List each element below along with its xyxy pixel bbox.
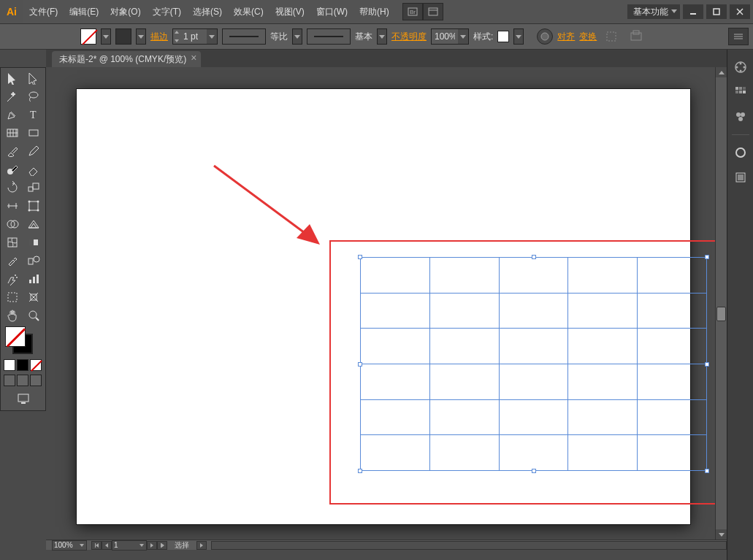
variable-width-profile[interactable] — [222, 28, 266, 45]
slice-tool[interactable] — [23, 288, 44, 306]
menu-help[interactable]: 帮助(H) — [353, 0, 395, 23]
stroke-weight-dd[interactable] — [207, 29, 217, 44]
control-bar-menu-icon[interactable] — [728, 28, 749, 45]
draw-normal-icon[interactable] — [4, 375, 15, 386]
stroke-weight-input[interactable] — [172, 28, 218, 45]
selection-handle[interactable] — [532, 255, 536, 259]
fill-stroke-control[interactable] — [2, 325, 44, 357]
gradient-tool[interactable] — [23, 234, 44, 251]
first-artboard-icon[interactable] — [91, 541, 102, 550]
rotate-tool[interactable] — [2, 179, 23, 196]
pencil-tool[interactable] — [23, 142, 44, 160]
bridge-icon[interactable]: Br — [402, 3, 423, 20]
transform-link[interactable]: 变换 — [579, 31, 597, 43]
selection-tool[interactable] — [2, 69, 23, 87]
eraser-tool[interactable] — [23, 161, 44, 178]
blend-tool[interactable] — [23, 252, 44, 269]
menu-edit[interactable]: 编辑(E) — [64, 0, 104, 23]
scroll-down-icon[interactable] — [716, 529, 727, 540]
menu-effect[interactable]: 效果(C) — [228, 0, 270, 23]
stroke-weight-field[interactable] — [180, 29, 207, 44]
selection-handle[interactable] — [358, 469, 362, 473]
profile-dd[interactable] — [292, 28, 302, 45]
brush-dd[interactable] — [377, 28, 387, 45]
eyedropper-tool[interactable] — [2, 252, 23, 269]
draw-behind-icon[interactable] — [17, 375, 28, 386]
free-transform-tool[interactable] — [23, 197, 44, 215]
scroll-thumb[interactable] — [716, 307, 726, 321]
color-mode-solid[interactable] — [4, 359, 15, 371]
opacity-input[interactable] — [431, 28, 469, 45]
maximize-button[interactable] — [706, 4, 727, 19]
mesh-tool[interactable] — [2, 234, 23, 251]
direct-selection-tool[interactable] — [23, 69, 44, 87]
prev-artboard-icon[interactable] — [102, 541, 112, 550]
color-mode-none[interactable] — [30, 359, 42, 371]
selection-handle[interactable] — [705, 362, 709, 367]
menu-type[interactable]: 文字(T) — [147, 0, 187, 23]
stroke-swatch-dd[interactable] — [136, 28, 146, 45]
magic-wand-tool[interactable] — [2, 88, 23, 105]
zoom-level-input[interactable] — [52, 540, 87, 551]
menu-view[interactable]: 视图(V) — [270, 0, 310, 23]
screen-mode-icon[interactable] — [15, 390, 32, 407]
zoom-tool[interactable] — [23, 307, 44, 324]
symbol-sprayer-tool[interactable] — [2, 270, 23, 288]
type-tool[interactable]: T — [23, 106, 44, 123]
align-link[interactable]: 对齐 — [557, 31, 575, 43]
rectangle-tool[interactable] — [23, 124, 44, 142]
menu-object[interactable]: 对象(O) — [104, 0, 146, 23]
rectangular-grid-object[interactable] — [360, 257, 707, 471]
opacity-field[interactable] — [432, 29, 458, 44]
artboard-index-field[interactable] — [112, 541, 137, 550]
color-mode-gradient[interactable] — [17, 359, 28, 371]
blob-brush-tool[interactable] — [2, 161, 23, 178]
selection-handle[interactable] — [705, 255, 709, 259]
lasso-tool[interactable] — [23, 88, 44, 105]
isolate-group-icon[interactable] — [601, 28, 622, 45]
edit-clip-icon[interactable] — [626, 28, 646, 45]
zoom-field[interactable] — [53, 541, 77, 550]
graphic-style-dd[interactable] — [513, 28, 524, 45]
workspace-switcher[interactable]: 基本功能 — [627, 4, 680, 19]
artboard-index-input[interactable] — [112, 540, 147, 551]
close-tab-icon[interactable]: × — [189, 54, 198, 63]
menu-window[interactable]: 窗口(W) — [310, 0, 353, 23]
artboard-tool[interactable] — [2, 288, 23, 306]
status-dd-icon[interactable] — [196, 541, 207, 550]
color-panel-icon[interactable] — [730, 57, 751, 77]
selection-handle[interactable] — [358, 255, 362, 259]
appearance-panel-icon[interactable] — [730, 167, 751, 188]
stroke-swatch[interactable] — [115, 28, 131, 45]
selection-handle[interactable] — [705, 469, 709, 473]
width-tool[interactable] — [2, 197, 23, 215]
fill-swatch[interactable] — [80, 28, 96, 45]
opacity-link[interactable]: 不透明度 — [391, 31, 427, 43]
selection-handle[interactable] — [358, 362, 362, 367]
column-graph-tool[interactable] — [23, 270, 44, 288]
scale-tool[interactable] — [23, 179, 44, 196]
vertical-scrollbar[interactable] — [715, 67, 727, 540]
opacity-dd[interactable] — [458, 29, 468, 44]
fill-swatch-dd[interactable] — [101, 28, 111, 45]
draw-inside-icon[interactable] — [30, 375, 42, 386]
shape-builder-tool[interactable] — [2, 215, 23, 233]
brush-definition[interactable] — [307, 28, 351, 45]
stroke-panel-icon[interactable] — [730, 142, 751, 163]
selection-handle[interactable] — [532, 469, 536, 473]
color-guide-panel-icon[interactable] — [730, 82, 751, 102]
next-artboard-icon[interactable] — [147, 541, 157, 550]
scroll-up-icon[interactable] — [716, 67, 727, 77]
graphic-style-swatch[interactable] — [497, 31, 509, 42]
horizontal-scrollbar[interactable] — [211, 541, 727, 550]
last-artboard-icon[interactable] — [157, 541, 167, 550]
document-tab[interactable]: 未标题-2* @ 100% (CMYK/预览) × — [52, 51, 201, 67]
stroke-link[interactable]: 描边 — [150, 31, 168, 43]
pen-tool[interactable] — [2, 106, 23, 123]
arrange-docs-icon[interactable] — [423, 3, 443, 20]
perspective-grid-tool[interactable] — [23, 215, 44, 233]
hand-tool[interactable] — [2, 307, 23, 324]
paintbrush-tool[interactable] — [2, 142, 23, 160]
menu-select[interactable]: 选择(S) — [187, 0, 228, 23]
menu-file[interactable]: 文件(F) — [23, 0, 64, 23]
